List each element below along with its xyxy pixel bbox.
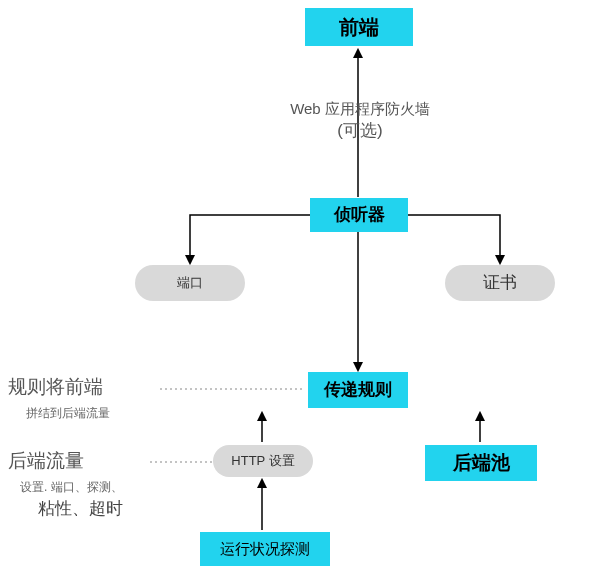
side1-big: 规则将前端: [8, 376, 103, 397]
waf-line2: (可选): [337, 121, 382, 140]
frontend-node: 前端: [305, 8, 413, 46]
side2-sub: 粘性、超时: [38, 499, 123, 518]
listener-node: 侦听器: [310, 198, 408, 232]
side-note-backend: 后端流量 设置. 端口、探测、 粘性、超时: [8, 448, 198, 521]
cert-node: 证书: [445, 265, 555, 301]
rule-node: 传递规则: [308, 372, 408, 408]
port-node: 端口: [135, 265, 245, 301]
waf-line1: Web 应用程序防火墙: [290, 100, 430, 117]
waf-label: Web 应用程序防火墙 (可选): [250, 98, 470, 143]
side-note-rule: 规则将前端 拼结到后端流量: [8, 374, 188, 423]
side1-small: 拼结到后端流量: [26, 406, 110, 420]
probe-node: 运行状况探测: [200, 532, 330, 566]
side2-big: 后端流量: [8, 450, 84, 471]
http-settings-node: HTTP 设置: [213, 445, 313, 477]
side2-small: 设置. 端口、探测、: [20, 480, 123, 494]
backend-pool-node: 后端池: [425, 445, 537, 481]
